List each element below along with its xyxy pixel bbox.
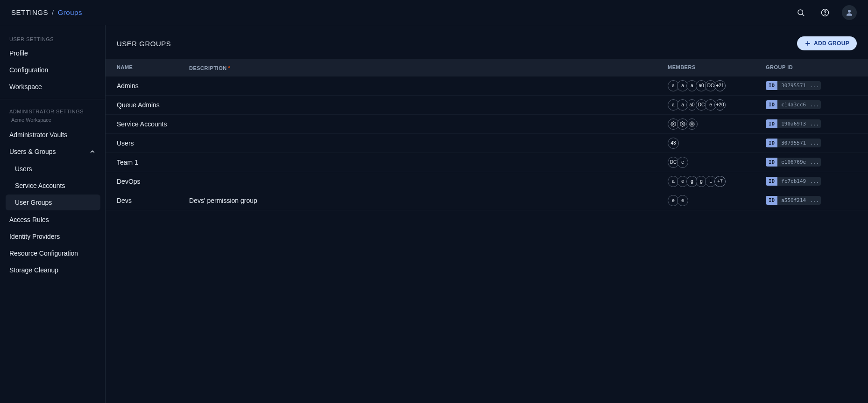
sidebar-subitem-service-accounts[interactable]: Service Accounts	[6, 178, 100, 194]
id-value: e106769e	[777, 158, 810, 167]
sidebar-user-settings-section: USER SETTINGS ProfileConfigurationWorksp…	[0, 31, 105, 95]
id-badge-label: ID	[766, 139, 777, 147]
topbar: SETTINGS / Groups	[0, 0, 868, 25]
sidebar-item-access-rules[interactable]: Access Rules	[0, 211, 105, 228]
id-ellipsis: ...	[810, 139, 821, 147]
sidebar-item-administrator-vaults[interactable]: Administrator Vaults	[0, 126, 105, 143]
svg-point-9	[692, 123, 693, 125]
svg-line-1	[802, 14, 804, 15]
member-overflow-badge[interactable]: +21	[714, 80, 726, 91]
table-row[interactable]: DevsDevs' permission groupeeIDa550f214..…	[106, 191, 868, 210]
id-chip[interactable]: IDfc7cb149...	[766, 177, 821, 186]
table-row[interactable]: Queue Adminsaaa0DCe+20IDc14a3cc6...	[106, 96, 868, 115]
id-value: 30795571	[777, 139, 810, 147]
sidebar-item-workspace[interactable]: Workspace	[0, 78, 105, 95]
id-badge-label: ID	[766, 196, 777, 205]
table-row[interactable]: Service AccountsID190a69f3...	[106, 115, 868, 134]
sidebar-item-label: Administrator Vaults	[9, 131, 67, 139]
id-badge-label: ID	[766, 100, 777, 109]
groups-table: NAME DESCRIPTION▲ MEMBERS GROUP ID Admin…	[106, 59, 868, 210]
table-header: NAME DESCRIPTION▲ MEMBERS GROUP ID	[106, 59, 868, 76]
sidebar-item-label: Storage Cleanup	[9, 266, 58, 274]
main-content: USER GROUPS ADD GROUP NAME DESCRIPTION▲ …	[106, 25, 868, 403]
sidebar-subitem-user-groups[interactable]: User Groups	[6, 195, 100, 210]
sidebar-admin-settings-section: ADMINISTRATOR SETTINGS Acme Workspace Ad…	[0, 103, 105, 278]
group-name: Users	[117, 139, 189, 147]
member-overflow-badge[interactable]: +7	[714, 176, 726, 187]
sidebar-item-identity-providers[interactable]: Identity Providers	[0, 228, 105, 245]
group-id: IDa550f214...	[766, 196, 857, 205]
id-value: c14a3cc6	[777, 100, 810, 109]
group-name: DevOps	[117, 178, 189, 185]
id-chip[interactable]: IDa550f214...	[766, 196, 821, 205]
column-header-name[interactable]: NAME	[117, 64, 189, 71]
page-header: USER GROUPS ADD GROUP	[106, 32, 868, 59]
member-overflow-badge[interactable]: +20	[714, 99, 726, 111]
sidebar-workspace-name: Acme Workspace	[0, 117, 105, 126]
id-value: a550f214	[777, 196, 810, 205]
table-row[interactable]: Adminsaaaa0DC+21ID30795571...	[106, 76, 868, 96]
plus-icon	[804, 40, 811, 47]
svg-point-0	[798, 10, 803, 15]
search-icon[interactable]	[793, 5, 808, 20]
id-ellipsis: ...	[810, 196, 821, 205]
id-chip[interactable]: ID190a69f3...	[766, 119, 821, 128]
sidebar-item-label: Users & Groups	[9, 148, 56, 155]
page-title: USER GROUPS	[117, 40, 171, 48]
add-group-label: ADD GROUP	[814, 40, 849, 47]
chevron-up-icon	[89, 148, 96, 155]
id-value: 30795571	[777, 81, 810, 90]
member-avatar[interactable]: e	[677, 195, 688, 206]
group-name: Team 1	[117, 159, 189, 166]
column-header-description[interactable]: DESCRIPTION▲	[189, 64, 668, 71]
id-chip[interactable]: ID30795571...	[766, 139, 821, 147]
id-value: 190a69f3	[777, 119, 810, 128]
column-header-group-id[interactable]: GROUP ID	[766, 64, 857, 71]
table-row[interactable]: DevOpsaeggL+7IDfc7cb149...	[106, 172, 868, 191]
group-id: ID190a69f3...	[766, 119, 857, 128]
sidebar-item-label: Resource Configuration	[9, 250, 78, 257]
sidebar-subitem-users[interactable]: Users	[6, 161, 100, 177]
svg-point-7	[673, 123, 674, 125]
sidebar-item-profile[interactable]: Profile	[0, 45, 105, 62]
group-members: 43	[668, 138, 766, 149]
avatar-icon[interactable]	[842, 5, 857, 20]
table-row[interactable]: Team 1DCeIDe106769e...	[106, 153, 868, 172]
group-members: DCe	[668, 157, 766, 168]
svg-point-4	[848, 10, 851, 13]
group-members: aeggL+7	[668, 176, 766, 187]
help-icon[interactable]	[818, 5, 833, 20]
id-chip[interactable]: ID30795571...	[766, 81, 821, 90]
column-header-members[interactable]: MEMBERS	[668, 64, 766, 71]
member-avatar[interactable]: e	[677, 157, 688, 168]
id-ellipsis: ...	[810, 119, 821, 128]
sidebar-section-title-admin: ADMINISTRATOR SETTINGS	[0, 103, 105, 117]
table-row[interactable]: Users43ID30795571...	[106, 134, 868, 153]
id-ellipsis: ...	[810, 177, 821, 186]
svg-point-8	[682, 123, 684, 125]
topbar-actions	[793, 5, 857, 20]
breadcrumb-root[interactable]: SETTINGS	[11, 8, 48, 16]
id-chip[interactable]: IDc14a3cc6...	[766, 100, 821, 109]
group-id: IDc14a3cc6...	[766, 100, 857, 109]
group-id: IDe106769e...	[766, 158, 857, 167]
sidebar-item-configuration[interactable]: Configuration	[0, 62, 105, 78]
group-id: ID30795571...	[766, 139, 857, 147]
group-id: IDfc7cb149...	[766, 177, 857, 186]
id-value: fc7cb149	[777, 177, 810, 186]
group-description: Devs' permission group	[189, 197, 668, 204]
add-group-button[interactable]: ADD GROUP	[797, 36, 857, 50]
member-avatar[interactable]: 43	[668, 138, 679, 149]
sidebar-divider	[0, 99, 105, 99]
sidebar-item-resource-configuration[interactable]: Resource Configuration	[0, 245, 105, 262]
group-members	[668, 118, 766, 130]
sidebar-item-users-groups[interactable]: Users & Groups	[0, 143, 105, 160]
sidebar-item-label: Access Rules	[9, 216, 49, 223]
breadcrumb-current[interactable]: Groups	[58, 8, 82, 16]
group-name: Queue Admins	[117, 101, 189, 109]
gear-icon[interactable]	[686, 118, 698, 130]
sidebar-item-storage-cleanup[interactable]: Storage Cleanup	[0, 262, 105, 278]
id-chip[interactable]: IDe106769e...	[766, 158, 821, 167]
breadcrumb: SETTINGS / Groups	[11, 8, 82, 16]
group-name: Admins	[117, 82, 189, 90]
